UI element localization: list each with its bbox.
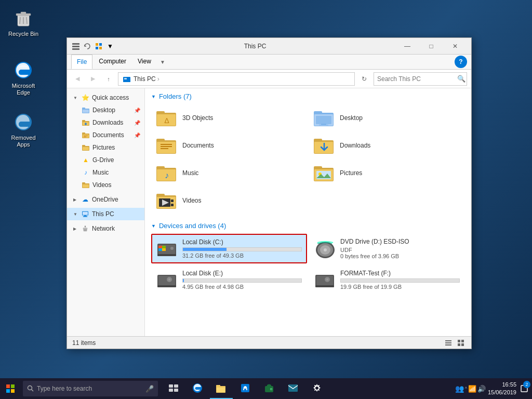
folder-documents[interactable]: Documents [151,132,308,158]
svg-rect-52 [314,111,322,114]
drive-local-e[interactable]: Local Disk (E:) 4.95 GB free of 4.98 GB [151,265,307,294]
volume-icon[interactable]: 🔊 [477,385,486,393]
svg-rect-60 [161,144,172,145]
pictures-folder-icon [82,143,90,152]
drive-e-bar [182,278,302,283]
search-placeholder: Type here to search [37,385,145,392]
tab-computer[interactable]: Computer [94,55,131,69]
sidebar-item-network[interactable]: ▶ Network [67,222,144,235]
forward-btn[interactable]: ▶ [87,73,99,85]
quick-access-toolbar: ▼ [71,42,115,51]
sidebar-label-desktop: Desktop [92,107,131,114]
folder-3d-objects-label: 3D Objects [182,114,213,122]
documents-folder-icon [82,131,90,139]
qat-dropdown-btn[interactable]: ▼ [105,42,115,51]
taskbar-store[interactable] [234,378,257,399]
sidebar-label-documents: Documents [92,131,131,139]
view-grid-btn[interactable] [456,338,466,348]
maximize-btn[interactable]: □ [419,38,443,55]
network-expand: ▶ [73,227,78,231]
sidebar-item-documents[interactable]: Documents 📌 [67,129,144,141]
clock-time: 16:55 [488,381,516,389]
folder-documents-label: Documents [182,142,214,149]
folder-desktop[interactable]: Desktop [309,104,465,131]
taskbar-mail[interactable] [282,378,304,399]
svg-rect-23 [82,120,85,122]
folders-section-title: Folders (7) [159,92,192,100]
svg-rect-59 [157,142,176,153]
sidebar-item-gdrive[interactable]: ▲ G-Drive [67,154,144,166]
folder-downloads[interactable]: Downloads [309,132,465,158]
svg-rect-115 [11,389,15,393]
taskbar-edge[interactable] [186,378,209,399]
sidebar-item-pictures[interactable]: Pictures [67,141,144,154]
drive-c-fill [183,248,227,251]
music-icon: ♪ [82,168,90,177]
network-icon[interactable]: 📶 [468,385,476,393]
svg-rect-32 [83,147,89,150]
address-path[interactable]: This PC › [118,72,355,86]
sidebar-item-this-pc[interactable]: ▼ This PC [67,208,144,220]
people-icon[interactable]: 👥 [455,384,464,393]
svg-rect-26 [82,132,85,134]
search-box[interactable]: 🔍 [374,72,467,86]
drive-f-info: FORMAT-Test (F:) 19.9 GB free of 19.9 GB [340,270,460,290]
desktop-icon-edge[interactable]: Microsoft Edge [3,57,44,99]
drive-d-space: 0 bytes free of 3.96 GB [340,253,460,259]
sidebar-item-videos[interactable]: Videos [67,179,144,191]
folders-section-header[interactable]: Folders (7) [151,92,465,100]
drives-section-header[interactable]: Devices and drives (4) [151,222,465,230]
taskbar-settings[interactable] [305,378,328,399]
svg-rect-12 [96,43,98,46]
desktop-icon-removed-apps[interactable]: Removed Apps [3,109,44,151]
svg-point-104 [326,278,328,281]
minimize-btn[interactable]: — [395,38,419,55]
taskbar-file-explorer[interactable] [210,378,233,399]
sidebar-item-quick-access[interactable]: ▼ ⭐ Quick access [67,91,144,104]
tab-view[interactable]: View [132,55,156,69]
recycle-bin-icon [13,8,34,29]
svg-rect-125 [217,388,225,392]
chevron-icon[interactable]: ^ [465,386,467,391]
sidebar-section-network: ▶ Network [67,221,144,236]
taskbar-task-view[interactable] [162,378,185,399]
drive-local-c[interactable]: Local Disk (C:) 31.2 GB free of 49.3 GB [151,234,307,263]
folder-pictures[interactable]: Pictures [309,159,465,186]
sidebar-item-onedrive[interactable]: ▶ ☁ OneDrive [67,193,144,206]
sidebar-item-music[interactable]: ♪ Music [67,166,144,179]
help-btn[interactable]: ? [455,56,467,68]
taskbar-wallet[interactable] [258,378,281,399]
sidebar-item-desktop[interactable]: Desktop 📌 [67,104,144,116]
svg-rect-31 [82,145,85,147]
svg-rect-18 [124,78,127,79]
sidebar-item-downloads[interactable]: Downloads 📌 [67,116,144,129]
up-btn[interactable]: ↑ [102,73,115,85]
close-btn[interactable]: ✕ [443,38,467,55]
back-btn[interactable]: ◀ [71,73,84,85]
ribbon-expand-btn[interactable]: ▼ [157,56,168,68]
qat-properties-btn[interactable] [94,42,103,51]
svg-rect-11 [72,48,79,50]
taskbar-time[interactable]: 16:55 15/06/2019 [488,381,516,397]
drive-format-f[interactable]: FORMAT-Test (F:) 19.9 GB free of 19.9 GB [309,265,465,294]
sidebar-label-downloads: Downloads [92,119,131,126]
search-input[interactable] [377,75,455,83]
start-btn[interactable] [0,378,21,399]
notification-btn[interactable]: 2 [516,378,532,399]
tab-file[interactable]: File [71,55,92,69]
drive-dvd-d[interactable]: DVD Drive (D:) ESD-ISO UDF 0 bytes free … [309,234,465,263]
folder-3d-objects[interactable]: ∆ 3D Objects [151,104,308,131]
folder-videos[interactable]: Videos [151,187,308,214]
folder-music[interactable]: ♪ Music [151,159,308,186]
this-pc-expand: ▼ [73,212,78,217]
svg-point-99 [168,278,170,281]
svg-rect-119 [174,384,178,388]
explorer-window: ▼ This PC — □ ✕ File Computer View ▼ ? ◀… [66,37,472,349]
svg-rect-67 [156,166,165,169]
qat-undo-btn[interactable] [83,42,92,51]
refresh-btn[interactable]: ↻ [358,73,370,85]
desktop-icon-recycle-bin[interactable]: Recycle Bin [3,5,44,40]
taskbar-search[interactable]: Type here to search 🎤 [23,381,158,396]
svg-rect-121 [174,389,178,392]
view-details-btn[interactable] [443,338,454,348]
